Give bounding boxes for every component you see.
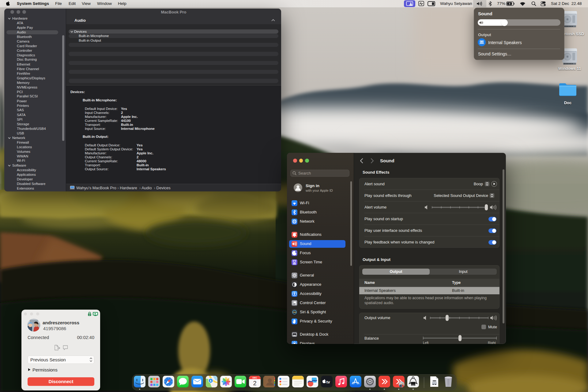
svg-text:DEC: DEC xyxy=(252,377,257,379)
svg-text:tv: tv xyxy=(326,380,330,384)
svg-text:2: 2 xyxy=(253,380,256,386)
